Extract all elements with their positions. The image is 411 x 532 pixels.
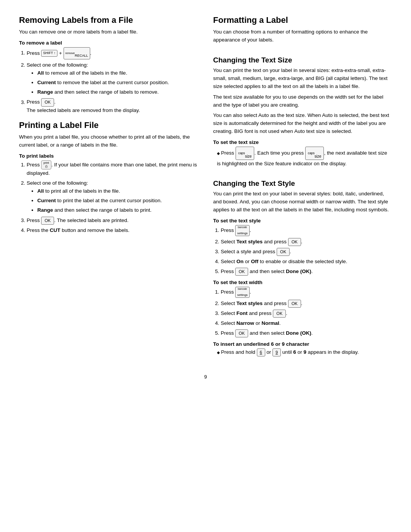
settings-key-2: barcodesettings [235,287,250,298]
remove-bullet-current: Current to remove the label at the curre… [37,79,198,87]
to-set-text-style-heading: To set the text style [213,218,392,224]
remove-bullets: All to remove all of the labels in the f… [37,69,198,96]
section-text-style: Changing the Text Style You can print th… [213,174,392,359]
remove-step-1-text: Press [27,50,41,56]
ok-key-print: OK [41,217,54,225]
remove-bullet-range: Range and then select the range of label… [37,88,198,96]
print-bullet-all: All to print all of the labels in the fi… [37,187,198,195]
to-remove-label-heading: To remove a label [19,40,198,46]
style-step-1: Press barcodesettings. [221,225,392,236]
width-step-3: Select Font and press OK. [221,310,392,318]
remove-step-3: Press OK. The selected labels are remove… [27,98,198,114]
width-step-5: Press OK and then select Done (OK). [221,329,392,337]
ok-key-style-3: OK [277,248,290,256]
text-size-para2: The text size available for you to use d… [213,93,392,109]
printing-label-intro: When you print a label file, you choose … [19,133,198,149]
size-key-2: capssize [305,147,324,160]
style-step-2: Select Text styles and press OK. [221,238,392,246]
printing-label-title: Printing a Label File [19,120,198,130]
print-step-3: Press OK. The selected labels are printe… [27,217,198,225]
section-formatting-label: Formatting a Label You can choose from a… [213,15,392,47]
section-text-size: Changing the Text Size You can print the… [213,51,392,170]
left-column: Removing Labels from a File You can remo… [19,15,198,241]
size-key-1: capssize [236,147,254,160]
remove-bullet-all: All to remove all of the labels in the f… [37,69,198,77]
remove-steps-list: Press SHIFT ↑ + removeRECALL. Select one… [27,47,198,115]
removing-labels-title: Removing Labels from a File [19,15,198,25]
text-style-para1: You can print the text on your label in … [213,190,392,214]
text-style-title: Changing the Text Style [213,179,392,188]
ok-key-width-2: OK [288,300,301,308]
text-size-title: Changing the Text Size [213,56,392,64]
text-size-para3: You can also select Auto as the text siz… [213,112,392,136]
to-insert-underlined-heading: To insert an underlined 6 or 9 character [213,341,392,347]
to-set-text-width-heading: To set the text width [213,280,392,285]
remove-step-1: Press SHIFT ↑ + removeRECALL. [27,47,198,59]
style-step-5: Press OK and then select Done (OK). [221,268,392,276]
print-bullets: All to print all of the labels in the fi… [37,187,198,214]
removing-labels-intro: You can remove one or more labels from a… [19,28,198,36]
settings-key-1: barcodesettings [235,225,250,236]
ok-key-width-3: OK [273,310,286,318]
underline-bullet-list: Press and hold 6 or 9 until 6 or 9 appea… [217,348,392,356]
page-layout: Removing Labels from a File You can remo… [19,15,392,363]
recall-key: removeRECALL [64,47,90,59]
print-steps-list: Press print⎙. If your label file contain… [27,160,198,235]
width-step-1: Press barcodesettings. [221,287,392,298]
page-number: 9 [19,374,392,380]
right-column: Formatting a Label You can choose from a… [213,15,392,363]
key-9: 9 [272,348,281,356]
text-width-steps: Press barcodesettings. Select Text style… [221,287,392,337]
key-6: 6 [257,348,265,356]
width-step-4: Select Narrow or Normal. [221,320,392,328]
print-bullet-current: Current to print the label at the curren… [37,197,198,205]
style-step-4: Select On or Off to enable or disable th… [221,258,392,266]
section-removing-labels: Removing Labels from a File You can remo… [19,15,198,117]
ok-key-style-5: OK [235,268,248,276]
print-step-1: Press print⎙. If your label file contain… [27,160,198,177]
print-step-4: Press the CUT button and remove the labe… [27,227,198,235]
ok-key-width-5: OK [235,329,248,337]
ok-key-style-2: OK [288,238,301,246]
remove-step-3-result: The selected labels are removed from the… [27,107,140,113]
print-key: print⎙ [41,160,51,169]
formatting-label-intro: You can choose from a number of formatti… [213,28,392,44]
section-printing-label: Printing a Label File When you print a l… [19,120,198,237]
text-size-bullet-list: Press capssize. Each time you press caps… [217,147,392,168]
to-print-labels-heading: To print labels [19,153,198,159]
style-step-3: Select a style and press OK. [221,248,392,256]
underline-bullet: Press and hold 6 or 9 until 6 or 9 appea… [217,348,392,356]
print-bullet-range: Range and then select the range of label… [37,206,198,214]
text-style-steps: Press barcodesettings. Select Text style… [221,225,392,276]
shift-key: SHIFT ↑ [41,50,57,57]
remove-step-1-plus: + [59,50,64,56]
formatting-label-title: Formatting a Label [213,15,392,25]
width-step-2: Select Text styles and press OK. [221,300,392,308]
remove-step-2: Select one of the following: All to remo… [27,61,198,96]
print-step-2: Select one of the following: All to prin… [27,179,198,214]
ok-key-remove: OK [41,98,54,106]
to-set-text-size-heading: To set the text size [213,139,392,145]
text-size-para1: You can print the text on your label in … [213,67,392,91]
text-size-bullet: Press capssize. Each time you press caps… [217,147,392,168]
